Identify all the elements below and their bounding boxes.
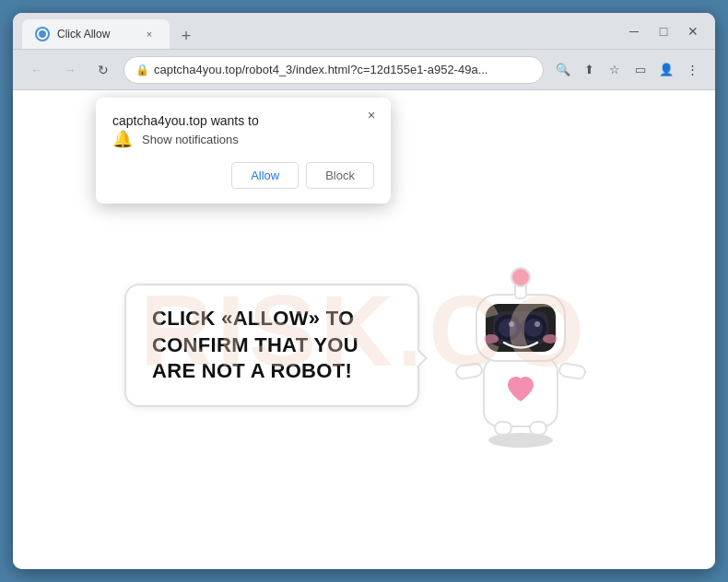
- popup-title: captcha4you.top wants to: [112, 113, 259, 128]
- allow-button[interactable]: Allow: [231, 162, 299, 189]
- active-tab[interactable]: Click Allow ×: [22, 19, 170, 49]
- toolbar-actions: 🔍 ⬆ ☆ ▭ 👤 ⋮: [551, 58, 704, 82]
- lock-icon: 🔒: [135, 64, 148, 76]
- svg-rect-19: [530, 422, 546, 435]
- tab-area: Click Allow × +: [22, 13, 614, 49]
- account-button[interactable]: 👤: [654, 58, 678, 82]
- robot-illustration: [438, 247, 604, 449]
- minimize-button[interactable]: ─: [621, 18, 647, 44]
- svg-point-13: [534, 321, 540, 327]
- popup-close-button[interactable]: ×: [361, 105, 382, 125]
- forward-button[interactable]: →: [57, 57, 83, 83]
- tab-title: Click Allow: [57, 28, 135, 41]
- notification-popup: captcha4you.top wants to × 🔔 Show notifi…: [96, 98, 391, 204]
- svg-point-11: [524, 319, 543, 337]
- main-message: CLICK «ALLOW» TO CONFIRM THAT YOU ARE NO…: [152, 307, 358, 382]
- url-text: captcha4you.top/robot4_3/index.html?c=12…: [154, 63, 532, 76]
- robot-container: [438, 247, 604, 449]
- maximize-button[interactable]: □: [651, 18, 676, 44]
- svg-point-12: [509, 321, 514, 327]
- svg-point-0: [488, 433, 553, 448]
- svg-point-5: [511, 268, 530, 286]
- search-button[interactable]: 🔍: [551, 58, 575, 82]
- reload-button[interactable]: ↻: [90, 57, 116, 83]
- svg-rect-16: [455, 363, 483, 380]
- back-button[interactable]: ←: [24, 57, 50, 83]
- block-button[interactable]: Block: [306, 162, 374, 189]
- svg-point-15: [543, 334, 558, 343]
- popup-buttons: Allow Block: [112, 162, 374, 189]
- new-tab-button[interactable]: +: [173, 23, 199, 49]
- svg-rect-18: [495, 422, 511, 435]
- browser-window: Click Allow × + ─ □ ✕ ← → ↻ 🔒 captcha4yo…: [13, 13, 715, 569]
- address-bar: ← → ↻ 🔒 captcha4you.top/robot4_3/index.h…: [13, 50, 715, 90]
- speech-bubble: CLICK «ALLOW» TO CONFIRM THAT YOU ARE NO…: [124, 284, 419, 407]
- window-controls: ─ □ ✕: [621, 18, 706, 44]
- tab-favicon: [35, 27, 50, 41]
- close-button[interactable]: ✕: [680, 18, 706, 44]
- title-bar: Click Allow × + ─ □ ✕: [13, 13, 715, 50]
- bell-icon: 🔔: [112, 129, 133, 149]
- svg-point-14: [484, 334, 499, 343]
- url-bar[interactable]: 🔒 captcha4you.top/robot4_3/index.html?c=…: [123, 56, 544, 84]
- bookmark-button[interactable]: ☆: [603, 58, 627, 82]
- reader-mode-button[interactable]: ▭: [628, 58, 652, 82]
- share-button[interactable]: ⬆: [577, 58, 601, 82]
- popup-permission: 🔔 Show notifications: [112, 129, 374, 149]
- permission-text: Show notifications: [142, 133, 239, 146]
- svg-point-9: [499, 319, 517, 337]
- content-wrapper: CLICK «ALLOW» TO CONFIRM THAT YOU ARE NO…: [124, 247, 604, 449]
- menu-button[interactable]: ⋮: [680, 58, 704, 82]
- tab-close-button[interactable]: ×: [142, 27, 157, 41]
- browser-content: RISK.CO captcha4you.top wants to × 🔔 Sho…: [13, 90, 715, 569]
- svg-rect-17: [558, 363, 586, 380]
